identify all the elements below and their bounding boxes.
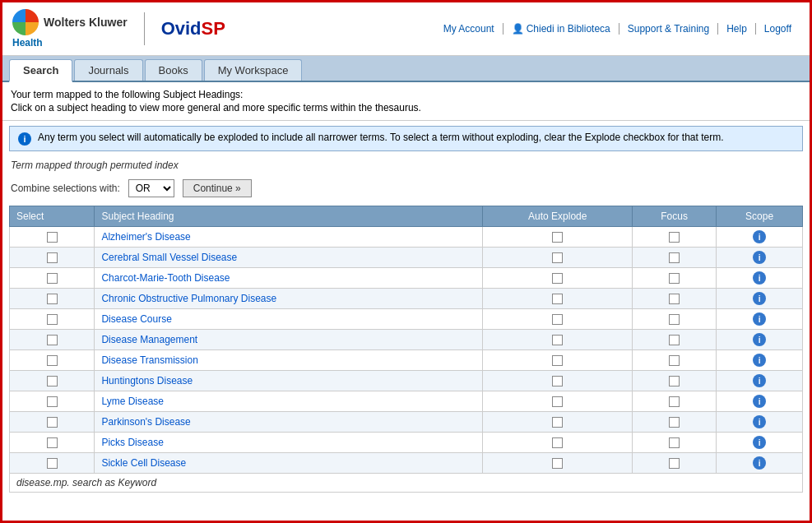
- tab-journals[interactable]: Journals: [74, 59, 142, 81]
- scope-icon[interactable]: i: [753, 271, 766, 285]
- auto-explode-checkbox[interactable]: [552, 335, 563, 345]
- select-checkbox[interactable]: [47, 252, 58, 263]
- subject-heading-link[interactable]: Lyme Disease: [101, 396, 164, 407]
- focus-checkbox[interactable]: [669, 396, 680, 407]
- focus-cell: [633, 330, 717, 350]
- combine-label: Combine selections with:: [11, 183, 120, 194]
- help-link[interactable]: Help: [718, 23, 756, 35]
- col-scope: Scope: [717, 206, 803, 227]
- table-row: Charcot-Marie-Tooth Diseasei: [10, 268, 803, 289]
- focus-cell: [633, 453, 717, 474]
- auto-explode-checkbox[interactable]: [552, 232, 563, 243]
- scope-icon[interactable]: i: [753, 354, 766, 367]
- tab-search[interactable]: Search: [9, 59, 72, 82]
- select-checkbox[interactable]: [47, 376, 58, 386]
- subject-heading-link[interactable]: Disease Course: [101, 313, 171, 325]
- info-icon: i: [18, 132, 31, 146]
- auto-explode-checkbox[interactable]: [552, 252, 563, 263]
- select-checkbox[interactable]: [47, 294, 58, 304]
- focus-cell: [633, 412, 717, 433]
- auto-explode-checkbox[interactable]: [552, 458, 563, 469]
- focus-checkbox[interactable]: [669, 232, 680, 243]
- chiedi-icon: 👤: [512, 23, 524, 35]
- wk-name: Wolters Kluwer: [44, 16, 128, 29]
- select-checkbox[interactable]: [47, 335, 58, 345]
- scope-icon[interactable]: i: [753, 395, 766, 408]
- subject-heading-link[interactable]: Picks Disease: [101, 437, 163, 448]
- select-checkbox[interactable]: [47, 417, 58, 428]
- subject-heading-link[interactable]: Cerebral Small Vessel Disease: [101, 252, 237, 263]
- focus-checkbox[interactable]: [669, 417, 680, 428]
- select-checkbox[interactable]: [47, 355, 58, 366]
- subject-heading-link[interactable]: Chronic Obstructive Pulmonary Disease: [101, 293, 276, 304]
- subject-heading-link[interactable]: Disease Transmission: [101, 354, 197, 366]
- keyword-row: disease.mp. search as Keyword: [10, 474, 803, 493]
- focus-cell: [633, 248, 717, 268]
- select-checkbox[interactable]: [47, 232, 58, 243]
- scope-icon[interactable]: i: [753, 415, 766, 428]
- tab-books[interactable]: Books: [145, 59, 202, 81]
- select-checkbox[interactable]: [47, 437, 58, 448]
- select-checkbox[interactable]: [47, 314, 58, 325]
- col-select: Select: [10, 206, 95, 227]
- subject-heading-link[interactable]: Sickle Cell Disease: [101, 457, 186, 469]
- focus-checkbox[interactable]: [669, 376, 680, 386]
- auto-explode-checkbox[interactable]: [552, 355, 563, 366]
- continue-button[interactable]: Continue »: [183, 179, 252, 197]
- auto-explode-cell: [483, 268, 633, 289]
- tab-my-workspace[interactable]: My Workspace: [204, 59, 303, 81]
- logoff-link[interactable]: Logoff: [756, 23, 800, 35]
- focus-checkbox[interactable]: [669, 294, 680, 304]
- subject-heading-cell: Disease Course: [95, 309, 483, 330]
- auto-explode-checkbox[interactable]: [552, 376, 563, 386]
- info-text: Any term you select will automatically b…: [38, 132, 724, 143]
- scope-icon[interactable]: i: [753, 436, 766, 449]
- scope-icon[interactable]: i: [753, 230, 766, 243]
- logo-area: Wolters Kluwer Health OvidSP: [12, 9, 225, 49]
- focus-checkbox[interactable]: [669, 252, 680, 263]
- health-label: Health: [12, 37, 128, 49]
- auto-explode-cell: [483, 391, 633, 412]
- my-account-link[interactable]: My Account: [435, 23, 503, 35]
- scope-icon[interactable]: i: [753, 333, 766, 346]
- focus-checkbox[interactable]: [669, 355, 680, 366]
- scope-icon[interactable]: i: [753, 251, 766, 264]
- combine-select[interactable]: OR AND: [128, 179, 174, 197]
- select-checkbox[interactable]: [47, 273, 58, 284]
- select-cell: [10, 453, 95, 474]
- mapping-text1: Your term mapped to the following Subjec…: [11, 89, 801, 100]
- auto-explode-cell: [483, 309, 633, 330]
- col-auto-explode: Auto Explode: [483, 206, 633, 227]
- select-checkbox[interactable]: [47, 458, 58, 469]
- select-checkbox[interactable]: [47, 396, 58, 407]
- subject-heading-link[interactable]: Charcot-Marie-Tooth Disease: [101, 272, 230, 284]
- scope-icon[interactable]: i: [753, 456, 766, 470]
- subject-heading-link[interactable]: Alzheimer's Disease: [101, 231, 190, 243]
- subject-heading-link[interactable]: Huntingtons Disease: [101, 375, 193, 386]
- chiedi-link[interactable]: 👤Chiedi in Biblioteca: [503, 23, 619, 35]
- auto-explode-checkbox[interactable]: [552, 273, 563, 284]
- subject-heading-link[interactable]: Parkinson's Disease: [101, 416, 190, 428]
- auto-explode-checkbox[interactable]: [552, 314, 563, 325]
- scope-icon[interactable]: i: [753, 312, 766, 326]
- focus-checkbox[interactable]: [669, 458, 680, 469]
- subject-heading-link[interactable]: Disease Management: [101, 334, 197, 345]
- auto-explode-checkbox[interactable]: [552, 417, 563, 428]
- focus-cell: [633, 371, 717, 391]
- scope-cell: i: [717, 453, 803, 474]
- scope-icon[interactable]: i: [753, 292, 766, 305]
- focus-checkbox[interactable]: [669, 335, 680, 345]
- focus-cell: [633, 433, 717, 453]
- scope-cell: i: [717, 330, 803, 350]
- auto-explode-cell: [483, 371, 633, 391]
- auto-explode-checkbox[interactable]: [552, 437, 563, 448]
- focus-checkbox[interactable]: [669, 314, 680, 325]
- auto-explode-checkbox[interactable]: [552, 396, 563, 407]
- subject-heading-cell: Sickle Cell Disease: [95, 453, 483, 474]
- scope-icon[interactable]: i: [753, 374, 766, 387]
- focus-cell: [633, 350, 717, 371]
- focus-checkbox[interactable]: [669, 273, 680, 284]
- support-link[interactable]: Support & Training: [619, 23, 718, 35]
- focus-checkbox[interactable]: [669, 437, 680, 448]
- auto-explode-checkbox[interactable]: [552, 294, 563, 304]
